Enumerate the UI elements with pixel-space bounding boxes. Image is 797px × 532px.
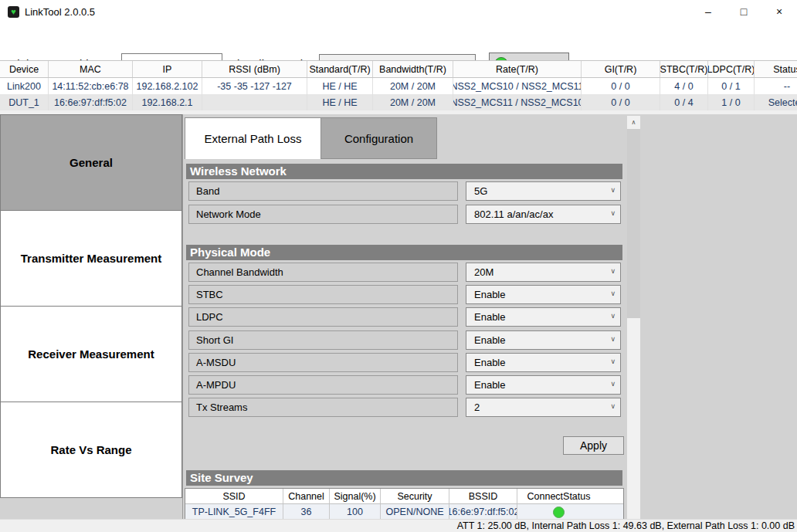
cell-channel: 36 bbox=[283, 504, 330, 519]
cell: NSS2_MCS10 / NSS2_MCS11 bbox=[453, 78, 582, 94]
stbc-dropdown[interactable]: Enable ∨ bbox=[466, 285, 621, 304]
cell-ssid: TP-LINK_5G_F4FF bbox=[185, 504, 283, 519]
short-gi-row: Short GI Enable ∨ bbox=[183, 330, 627, 351]
stbc-label: STBC bbox=[188, 285, 458, 304]
tab-configuration[interactable]: Configuration bbox=[321, 117, 437, 159]
amsdu-row: A-MSDU Enable ∨ bbox=[183, 353, 627, 373]
band-label: Band bbox=[188, 181, 458, 201]
cell: NSS2_MCS11 / NSS2_MCS10 bbox=[453, 94, 582, 110]
window-controls: – □ × bbox=[690, 0, 797, 23]
band-row: Band 5G ∨ bbox=[183, 181, 627, 202]
cell-security: OPEN/NONE bbox=[381, 504, 449, 519]
ampdu-row: A-MPDU Enable ∨ bbox=[183, 375, 627, 395]
connected-status-icon bbox=[553, 507, 565, 518]
col-status: Status bbox=[755, 61, 797, 77]
chevron-down-icon: ∨ bbox=[610, 330, 616, 347]
ldpc-dropdown[interactable]: Enable ∨ bbox=[466, 307, 621, 327]
col-signal: Signal(%) bbox=[330, 489, 381, 503]
cell: 14:11:52:cb:e6:78 bbox=[49, 78, 133, 94]
ampdu-dropdown[interactable]: Enable ∨ bbox=[466, 375, 621, 395]
cell: -- bbox=[755, 78, 797, 94]
cell: HE / HE bbox=[307, 94, 373, 110]
cell-bssid: 16:6e:97:df:f5:02 bbox=[449, 504, 517, 519]
channel-bandwidth-dropdown[interactable]: 20M ∨ bbox=[466, 263, 621, 282]
cell: 16:6e:97:df:f5:02 bbox=[49, 94, 133, 110]
cell: 192.168.2.1 bbox=[133, 94, 202, 110]
table-row-dut1[interactable]: DUT_1 16:6e:97:df:f5:02 192.168.2.1 HE /… bbox=[0, 94, 797, 110]
chevron-down-icon: ∨ bbox=[610, 284, 616, 302]
col-gi: GI(T/R) bbox=[582, 61, 660, 77]
app-icon: ♥ bbox=[8, 6, 19, 18]
tx-streams-value: 2 bbox=[474, 402, 480, 413]
cell bbox=[202, 94, 307, 110]
site-survey-row[interactable]: TP-LINK_5G_F4FF 36 100 OPEN/NONE 16:6e:9… bbox=[185, 504, 623, 519]
cell: HE / HE bbox=[307, 78, 373, 94]
col-stbc: STBC(T/R) bbox=[660, 61, 708, 77]
chevron-down-icon: ∨ bbox=[610, 397, 616, 415]
chevron-down-icon: ∨ bbox=[610, 374, 616, 392]
workspace: General Transmitter Measurement Receiver… bbox=[0, 114, 797, 519]
col-bandwidth: Bandwidth(T/R) bbox=[373, 61, 453, 77]
maximize-button[interactable]: □ bbox=[726, 0, 761, 23]
sidebar-item-transmitter-measurement[interactable]: Transmitter Measurement bbox=[0, 210, 182, 307]
cell: 20M / 20M bbox=[373, 78, 453, 94]
amsdu-dropdown[interactable]: Enable ∨ bbox=[466, 353, 621, 372]
cell: 4 / 0 bbox=[660, 78, 708, 94]
channel-bandwidth-row: Channel Bandwidth 20M ∨ bbox=[183, 263, 627, 283]
band-dropdown[interactable]: 5G ∨ bbox=[466, 181, 621, 201]
scroll-up-icon[interactable]: ∧ bbox=[627, 116, 640, 129]
amsdu-value: Enable bbox=[474, 357, 505, 368]
site-survey-table-header: SSID Channel Signal(%) Security BSSID Co… bbox=[185, 489, 623, 504]
cell: 0 / 0 bbox=[582, 94, 660, 110]
ldpc-row: LDPC Enable ∨ bbox=[183, 307, 627, 327]
sidebar-item-rate-vs-range[interactable]: Rate Vs Range bbox=[0, 402, 182, 498]
tx-streams-dropdown[interactable]: 2 ∨ bbox=[466, 398, 621, 417]
site-survey-table: SSID Channel Signal(%) Security BSSID Co… bbox=[185, 488, 624, 519]
title-bar: ♥ LinkTool 2.0.0.5 – □ × bbox=[0, 0, 797, 23]
tab-external-path-loss[interactable]: External Path Loss bbox=[185, 117, 321, 159]
scrollbar-thumb[interactable] bbox=[627, 129, 640, 318]
col-rate: Rate(T/R) bbox=[453, 61, 582, 77]
cell: 0 / 0 bbox=[582, 78, 660, 94]
channel-bandwidth-value: 20M bbox=[474, 266, 493, 278]
col-channel: Channel bbox=[283, 489, 330, 503]
close-button[interactable]: × bbox=[761, 0, 797, 23]
sidebar-item-receiver-measurement[interactable]: Receiver Measurement bbox=[0, 306, 182, 402]
chevron-down-icon: ∨ bbox=[610, 204, 616, 222]
sidebar-item-general[interactable]: General bbox=[0, 114, 182, 211]
col-connect-status: ConnectStatus bbox=[517, 489, 600, 503]
cell: 1 / 0 bbox=[708, 94, 755, 110]
cell: 20M / 20M bbox=[373, 94, 453, 110]
col-rssi: RSSI (dBm) bbox=[202, 61, 307, 77]
tx-streams-row: Tx Streams 2 ∨ bbox=[183, 398, 627, 418]
amsdu-label: A-MSDU bbox=[188, 353, 458, 372]
channel-bandwidth-label: Channel Bandwidth bbox=[188, 263, 458, 282]
col-device: Device bbox=[0, 61, 49, 77]
minimize-button[interactable]: – bbox=[690, 0, 726, 23]
chevron-down-icon: ∨ bbox=[610, 352, 616, 370]
col-ldpc: LDPC(T/R) bbox=[708, 61, 755, 77]
cell-signal: 100 bbox=[330, 504, 381, 519]
apply-button[interactable]: Apply bbox=[563, 436, 624, 455]
network-mode-dropdown[interactable]: 802.11 a/an/ac/ax ∨ bbox=[466, 205, 621, 224]
short-gi-dropdown[interactable]: Enable ∨ bbox=[466, 330, 621, 350]
cell: DUT_1 bbox=[0, 94, 49, 110]
chevron-down-icon: ∨ bbox=[610, 262, 616, 280]
cell: Selected bbox=[755, 94, 797, 110]
chevron-down-icon: ∨ bbox=[610, 307, 616, 324]
site-survey-header: Site Survey bbox=[186, 470, 622, 486]
status-text: ATT 1: 25.00 dB, Internal Path Loss 1: 4… bbox=[457, 520, 795, 531]
short-gi-label: Short GI bbox=[188, 330, 458, 350]
vertical-scrollbar[interactable]: ∧ bbox=[627, 116, 640, 519]
main-panel: External Path Loss Configuration Wireles… bbox=[182, 114, 797, 519]
device-table: Device MAC IP RSSI (dBm) Standard(T/R) B… bbox=[0, 60, 797, 114]
window-title: LinkTool 2.0.0.5 bbox=[25, 6, 95, 18]
col-standard: Standard(T/R) bbox=[307, 61, 373, 77]
table-row-link200[interactable]: Link200 14:11:52:cb:e6:78 192.168.2.102 … bbox=[0, 78, 797, 94]
network-mode-label: Network Mode bbox=[188, 205, 458, 224]
ldpc-value: Enable bbox=[474, 311, 505, 323]
device-table-header: Device MAC IP RSSI (dBm) Standard(T/R) B… bbox=[0, 61, 797, 78]
tx-streams-label: Tx Streams bbox=[188, 398, 458, 417]
network-mode-row: Network Mode 802.11 a/an/ac/ax ∨ bbox=[183, 205, 627, 225]
col-security: Security bbox=[381, 489, 449, 503]
